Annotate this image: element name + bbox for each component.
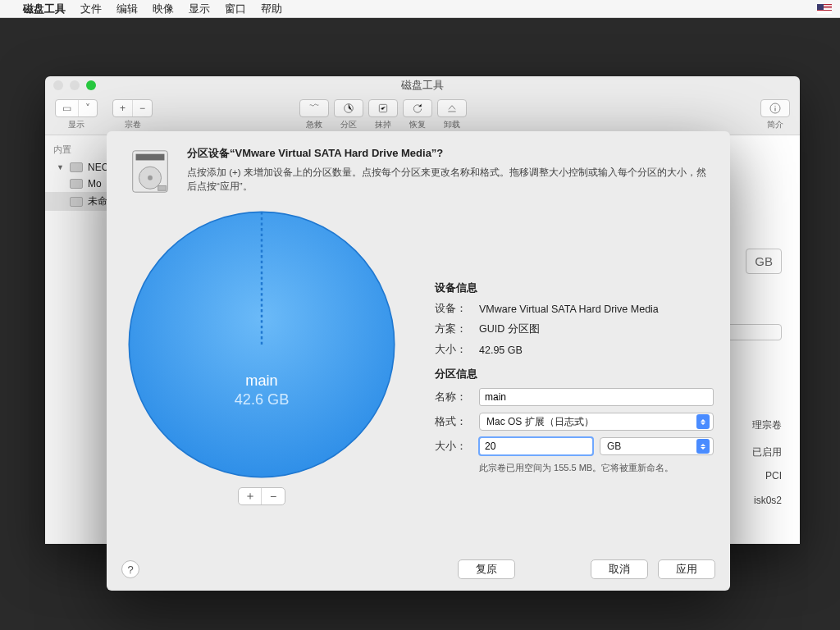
menu-view[interactable]: 显示 xyxy=(189,2,210,16)
pie-slice-name: main xyxy=(245,372,277,389)
remove-volume-button[interactable]: − xyxy=(133,100,152,116)
partition-name-input[interactable] xyxy=(479,388,714,406)
disk-icon xyxy=(70,162,83,172)
name-label: 名称： xyxy=(435,390,472,404)
close-window-button[interactable] xyxy=(53,80,63,90)
size-note: 此宗卷已用空间为 155.5 MB。它将被重新命名。 xyxy=(479,462,714,474)
svg-rect-4 xyxy=(774,107,775,111)
toolbar: ▭ ˅ 显示 + − 宗卷 急救 分区 抹掉 恢复 卸载 简介 xyxy=(45,94,800,135)
menu-file[interactable]: 文件 xyxy=(80,2,102,16)
remove-partition-button[interactable]: − xyxy=(262,488,285,504)
sidebar-item-label: 未命 xyxy=(88,194,107,208)
peek-row: 已启用 xyxy=(723,445,782,459)
info-label: 简介 xyxy=(767,119,783,130)
menu-image[interactable]: 映像 xyxy=(153,2,174,16)
peek-row: isk0s2 xyxy=(723,495,782,506)
partition-sheet: 分区设备“VMware Virtual SATA Hard Drive Medi… xyxy=(107,131,730,591)
svg-rect-9 xyxy=(158,185,167,190)
disclosure-triangle-icon[interactable]: ▼ xyxy=(57,163,65,171)
size-unit-value: GB xyxy=(607,441,621,452)
svg-point-8 xyxy=(148,176,153,180)
partition-pie-chart[interactable]: main 42.6 GB xyxy=(126,209,397,480)
add-partition-button[interactable]: ＋ xyxy=(239,488,262,504)
menu-help[interactable]: 帮助 xyxy=(261,2,282,16)
svg-point-3 xyxy=(774,105,775,106)
peek-row: 理宗卷 xyxy=(723,418,782,432)
volume-add-remove: + − xyxy=(112,99,153,117)
updown-caret-icon xyxy=(696,414,710,429)
partition-info-heading: 分区信息 xyxy=(435,367,714,381)
input-source-flag-icon[interactable] xyxy=(817,4,832,14)
partition-button[interactable] xyxy=(334,99,363,117)
partition-info-panel: 设备信息 设备：VMware Virtual SATA Hard Drive M… xyxy=(435,271,714,474)
app-menu[interactable]: 磁盘工具 xyxy=(23,2,66,16)
first-aid-button[interactable] xyxy=(299,99,329,117)
updown-caret-icon xyxy=(696,439,710,454)
chevron-down-icon: ˅ xyxy=(79,100,97,116)
format-select-value: Mac OS 扩展（日志式） xyxy=(486,415,594,429)
zoom-window-button[interactable] xyxy=(86,80,96,90)
disk-icon xyxy=(70,179,83,189)
scheme-label: 方案： xyxy=(435,322,472,336)
peek-row: PCI xyxy=(723,470,782,482)
volume-label: 宗卷 xyxy=(125,119,141,130)
erase-label: 抹掉 xyxy=(375,119,391,130)
format-label: 格式： xyxy=(435,415,472,429)
size-unit-select[interactable]: GB xyxy=(600,437,714,455)
unmount-label: 卸载 xyxy=(444,119,460,130)
sidebar-icon: ▭ xyxy=(56,100,79,116)
traffic-lights xyxy=(53,80,96,90)
partition-label: 分区 xyxy=(340,119,357,130)
menubar: 磁盘工具 文件 编辑 映像 显示 窗口 帮助 xyxy=(0,0,840,18)
size-label: 大小： xyxy=(435,440,472,454)
view-label: 显示 xyxy=(68,119,84,130)
help-button[interactable]: ? xyxy=(121,560,139,578)
cancel-button[interactable]: 取消 xyxy=(591,559,648,579)
menu-edit[interactable]: 编辑 xyxy=(116,2,138,16)
hard-drive-icon xyxy=(125,146,176,197)
unmount-button[interactable] xyxy=(437,99,467,117)
device-label: 设备： xyxy=(435,302,472,316)
restore-label: 恢复 xyxy=(409,119,426,130)
first-aid-label: 急救 xyxy=(306,119,322,130)
total-size-value: 42.95 GB xyxy=(479,345,523,356)
sidebar-item-label: Mo xyxy=(88,178,102,189)
window-title: 磁盘工具 xyxy=(401,78,444,93)
erase-button[interactable] xyxy=(368,99,398,117)
total-size-label: 大小： xyxy=(435,343,472,357)
svg-rect-6 xyxy=(136,154,165,161)
view-mode-control[interactable]: ▭ ˅ xyxy=(55,99,98,117)
device-info-heading: 设备信息 xyxy=(435,281,714,295)
partition-size-input[interactable] xyxy=(479,437,593,455)
apply-button[interactable]: 应用 xyxy=(658,559,715,579)
info-button[interactable] xyxy=(760,99,790,117)
device-value: VMware Virtual SATA Hard Drive Media xyxy=(479,304,659,315)
restore-button[interactable] xyxy=(403,99,432,117)
scheme-value: GUID 分区图 xyxy=(479,322,540,336)
disk-icon xyxy=(70,197,83,207)
capacity-badge: GB xyxy=(746,249,782,274)
format-select[interactable]: Mac OS 扩展（日志式） xyxy=(479,413,714,431)
menu-window[interactable]: 窗口 xyxy=(225,2,246,16)
minimize-window-button[interactable] xyxy=(70,80,80,90)
pie-slice-size: 42.6 GB xyxy=(235,391,290,408)
revert-button[interactable]: 复原 xyxy=(458,559,515,579)
partition-add-remove: ＋ − xyxy=(238,487,285,505)
window-titlebar: 磁盘工具 xyxy=(45,76,800,94)
sheet-desc: 点按添加 (+) 来增加设备上的分区数量。点按每个分区来更改名称和格式。拖移调整… xyxy=(187,166,712,194)
sheet-title: 分区设备“VMware Virtual SATA Hard Drive Medi… xyxy=(187,146,712,161)
add-volume-button[interactable]: + xyxy=(113,100,133,116)
